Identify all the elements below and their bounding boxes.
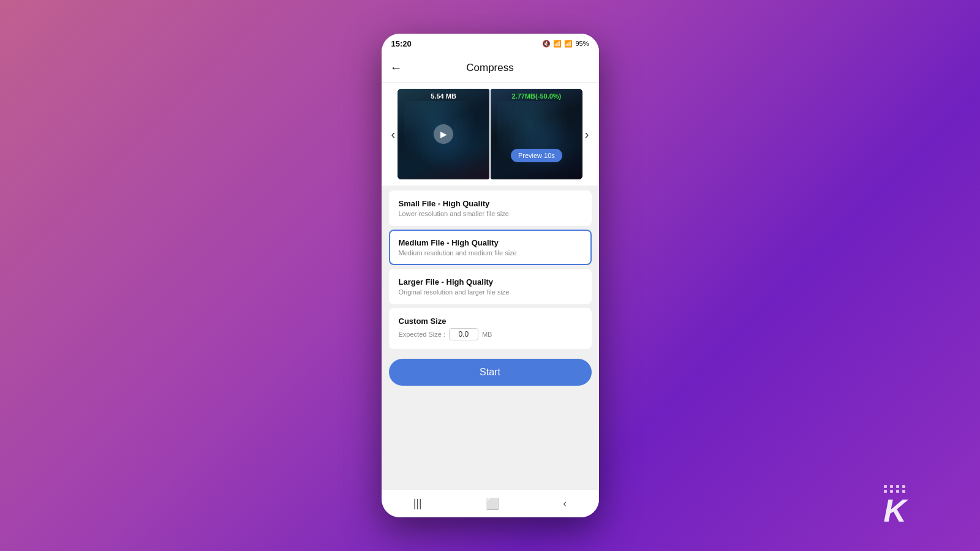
- option-large-title: Larger File - High Quality: [399, 277, 582, 287]
- back-button[interactable]: ←: [390, 61, 402, 75]
- custom-size-input[interactable]: [449, 328, 478, 340]
- option-small-title: Small File - High Quality: [399, 199, 582, 208]
- content-area: ‹ 5.54 MB ▶ 2.77MB(-50.0%) Preview: [382, 83, 599, 489]
- start-section: Start: [382, 354, 599, 392]
- video-panel-compressed[interactable]: 2.77MB(-50.0%) Preview 10s: [491, 89, 582, 179]
- signal-icon: 📶: [564, 40, 573, 48]
- start-button[interactable]: Start: [389, 359, 592, 386]
- nav-menu-button[interactable]: |||: [404, 493, 432, 514]
- option-medium-desc: Medium resolution and medium file size: [399, 249, 582, 257]
- status-icons: 🔇 📶 📶 95%: [542, 40, 589, 48]
- status-bar: 15:20 🔇 📶 📶 95%: [382, 34, 599, 53]
- option-small-file[interactable]: Small File - High Quality Lower resoluti…: [389, 190, 592, 226]
- video-preview-section: ‹ 5.54 MB ▶ 2.77MB(-50.0%) Preview: [382, 83, 599, 186]
- video-panels: 5.54 MB ▶ 2.77MB(-50.0%) Preview 10s: [398, 89, 582, 179]
- custom-size-unit: MB: [482, 331, 492, 338]
- status-time: 15:20: [391, 39, 412, 48]
- option-medium-title: Medium File - High Quality: [399, 238, 582, 247]
- watermark-k-letter: K: [883, 495, 907, 527]
- video-bg-compressed: [491, 89, 582, 179]
- video-carousel: ‹ 5.54 MB ▶ 2.77MB(-50.0%) Preview: [389, 89, 592, 179]
- option-custom-title: Custom Size: [399, 317, 582, 326]
- nav-home-button[interactable]: ⬜: [476, 493, 509, 514]
- option-large-desc: Original resolution and larger file size: [399, 288, 582, 296]
- original-size-label: 5.54 MB: [398, 92, 489, 100]
- watermark: K: [883, 485, 907, 527]
- wifi-icon: 📶: [553, 40, 562, 48]
- battery-icon: 95%: [575, 40, 589, 47]
- top-bar: ← Compress: [382, 53, 599, 83]
- expected-size-label: Expected Size :: [399, 331, 445, 338]
- compressed-size-label: 2.77MB(-50.0%): [491, 92, 582, 100]
- play-button[interactable]: ▶: [434, 124, 453, 144]
- bottom-nav: ||| ⬜ ‹: [382, 489, 599, 517]
- mute-icon: 🔇: [542, 40, 551, 48]
- nav-back-button[interactable]: ‹: [553, 493, 576, 514]
- option-large-file[interactable]: Larger File - High Quality Original reso…: [389, 269, 592, 304]
- options-section: Small File - High Quality Lower resoluti…: [382, 186, 599, 354]
- option-small-desc: Lower resolution and smaller file size: [399, 210, 582, 217]
- video-panel-original[interactable]: 5.54 MB ▶: [398, 89, 489, 179]
- phone-frame: 15:20 🔇 📶 📶 95% ← Compress ‹ 5.54 MB ▶: [382, 34, 599, 517]
- carousel-right-arrow[interactable]: ›: [582, 125, 592, 144]
- option-medium-file[interactable]: Medium File - High Quality Medium resolu…: [389, 230, 592, 265]
- carousel-left-arrow[interactable]: ‹: [389, 125, 398, 144]
- option-custom-size[interactable]: Custom Size Expected Size : MB: [389, 308, 592, 349]
- reduction-pct: (-50.0%): [535, 92, 561, 100]
- custom-size-row: Expected Size : MB: [399, 328, 582, 340]
- preview-button[interactable]: Preview 10s: [511, 149, 562, 162]
- page-title: Compress: [466, 62, 513, 74]
